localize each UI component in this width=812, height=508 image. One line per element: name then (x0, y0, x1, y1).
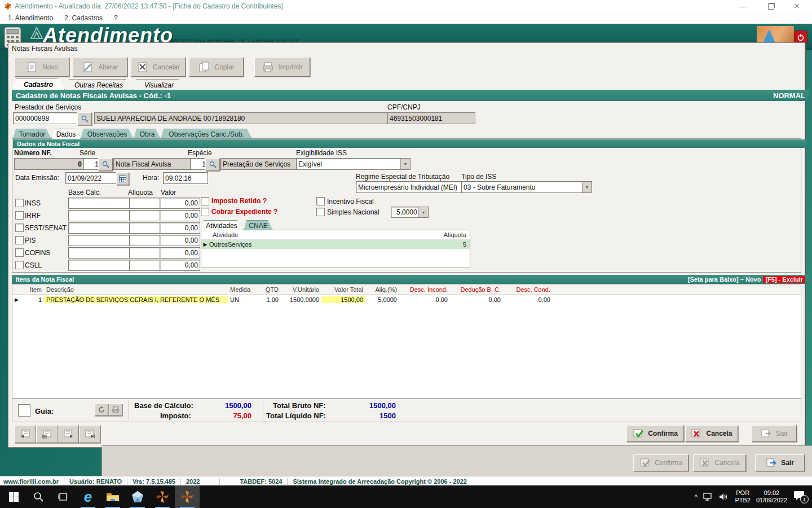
irrf-valor-input[interactable]: 0,00 (160, 210, 200, 221)
network-icon[interactable] (703, 493, 713, 501)
sest-base-input[interactable] (68, 222, 131, 234)
tab-atividades[interactable]: Atividades (201, 220, 242, 230)
imprimir-button[interactable]: Imprimir (254, 57, 310, 77)
nav-prev-button[interactable] (36, 425, 58, 443)
alterar-button[interactable]: Alterar (73, 57, 127, 77)
tab-obs-canc[interactable]: Observações Canc./Sub. (161, 129, 252, 139)
prestador-search-button[interactable] (77, 112, 92, 125)
data-emissao-label: Data Emissão: (15, 174, 59, 182)
item-row[interactable]: ▶ 1 PRESTAÇÃO DE SERVIÇOS GERAIS I, REFE… (12, 295, 801, 305)
tab-outras-receitas[interactable]: Outras Receitas (65, 79, 133, 90)
tray-language[interactable]: POR PTB2 (735, 489, 751, 504)
hora-label: Hora: (143, 174, 159, 182)
guia-refresh-button[interactable] (95, 404, 108, 416)
speaker-icon[interactable] (719, 493, 729, 501)
taskbar-fiorilli1-button[interactable] (150, 485, 175, 508)
irrf-aliq-input[interactable] (129, 210, 162, 221)
tab-dados[interactable]: Dados (51, 129, 81, 139)
col-qtd: QTD (256, 286, 281, 293)
cobrar-expediente-checkbox[interactable] (201, 208, 209, 216)
tab-cnae[interactable]: CNAE (244, 220, 273, 230)
pis-checkbox[interactable] (15, 236, 24, 244)
data-emissao-input[interactable]: 01/09/2022 (65, 172, 120, 184)
tray-date: 01/09/2022 (756, 497, 787, 504)
inss-base-input[interactable] (68, 198, 131, 209)
cofins-checkbox[interactable] (15, 248, 24, 257)
csll-checkbox[interactable] (15, 261, 24, 269)
csll-base-input[interactable] (68, 260, 131, 271)
inss-checkbox[interactable] (15, 199, 24, 207)
sair-button-disabled[interactable]: Sair (752, 425, 797, 442)
outer-sair-button[interactable]: Sair (755, 454, 805, 471)
imposto-retido-checkbox[interactable] (201, 197, 209, 205)
guia-checkbox[interactable] (18, 404, 30, 417)
sest-aliq-input[interactable] (129, 222, 162, 234)
menu-help[interactable]: ? (111, 14, 121, 23)
tab-visualizar[interactable]: Visualizar (133, 79, 186, 90)
pis-base-input[interactable] (68, 235, 131, 246)
irrf-base-input[interactable] (68, 210, 131, 221)
irrf-checkbox[interactable] (15, 211, 24, 220)
atividade-row[interactable]: ▶ OutrosServiços 5 (201, 240, 470, 249)
hora-input[interactable]: 09:02:16 (163, 172, 208, 184)
outer-confirma-button[interactable]: Confirma (633, 454, 689, 471)
cofins-aliq-input[interactable] (129, 247, 162, 259)
aliquota-col-header: Alíquota (444, 231, 470, 238)
taskbar-fiorilli2-button-active[interactable] (175, 485, 200, 508)
tipo-iss-select[interactable]: 03 - Sobre Faturamento ▼ (461, 181, 592, 193)
tray-clock[interactable]: 09:02 01/09/2022 (756, 489, 787, 504)
nav-last-button[interactable] (79, 425, 100, 443)
guia-print-button[interactable] (109, 404, 122, 416)
csll-aliq-input[interactable] (129, 260, 162, 271)
serie-search-button[interactable] (98, 158, 113, 171)
especie-search-button[interactable] (205, 158, 220, 171)
totals-panel: Guia: Base de Cálculo: 1500,00 Imposto: … (12, 398, 801, 422)
taskbar-ie-button[interactable]: e (76, 485, 100, 508)
menu-atendimento[interactable]: 1. Atendimento (5, 14, 56, 23)
taskbar-search-button[interactable] (26, 485, 51, 508)
simples-aliquota-select[interactable]: 5,0000 ▼ (391, 207, 429, 218)
tab-observacoes[interactable]: Observações (81, 129, 134, 139)
inss-aliq-input[interactable] (129, 198, 162, 209)
exigibilidade-select[interactable]: Exigível ▼ (296, 158, 411, 170)
tab-obra[interactable]: Obra (134, 129, 161, 139)
tray-chevron-up[interactable]: ^ (694, 493, 698, 501)
cancelar-button[interactable]: Cancelar (131, 57, 186, 77)
inss-valor-input[interactable]: 0,00 (160, 198, 200, 209)
cofins-valor-input[interactable]: 0,00 (160, 247, 200, 259)
nav-first-button[interactable] (15, 425, 36, 443)
restore-button[interactable] (758, 0, 784, 12)
sest-valor-input[interactable]: 0,00 (160, 222, 200, 234)
taskbar-app-blue-button[interactable] (125, 485, 150, 508)
cofins-base-input[interactable] (68, 247, 131, 259)
atividade-nome: OutrosServiços (209, 241, 251, 248)
confirma-button[interactable]: Confirma (626, 425, 684, 442)
copiar-button[interactable]: Copiar (189, 57, 244, 77)
task-view-button[interactable] (51, 485, 76, 508)
cancela-button[interactable]: Cancela (685, 425, 738, 442)
total-bruto-value: 1500,00 (351, 401, 396, 410)
notas-fiscais-dialog: Notas Fiscais Avulsas Novo Alterar Cance… (8, 42, 805, 448)
sest-checkbox[interactable] (15, 224, 24, 232)
notification-center-button[interactable]: 1 (793, 490, 807, 503)
menu-cadastros[interactable]: 2. Cadastros (61, 14, 106, 23)
calendar-button[interactable] (116, 172, 129, 185)
incentivo-checkbox[interactable] (316, 197, 325, 205)
close-button[interactable]: × (784, 0, 810, 12)
minimize-button[interactable]: — (730, 0, 756, 12)
simples-checkbox[interactable] (316, 208, 325, 216)
prestador-code-input[interactable]: 000000898 (13, 112, 80, 124)
novo-button[interactable]: Novo (15, 57, 69, 77)
pis-aliq-input[interactable] (129, 235, 162, 246)
start-button[interactable] (1, 485, 26, 508)
atividades-table: Atividade Alíquota ▶ OutrosServiços 5 (201, 230, 470, 268)
csll-valor-input[interactable]: 0,00 (160, 260, 200, 271)
tab-cadastro[interactable]: Cadastro (12, 78, 65, 90)
outer-cancela-button[interactable]: Cancela (693, 454, 746, 471)
nav-next-button[interactable] (58, 425, 79, 443)
pis-valor-input[interactable]: 0,00 (160, 235, 200, 246)
file-explorer-icon (106, 491, 120, 502)
fiorilli-pinwheel-icon (180, 490, 194, 503)
tab-tomador[interactable]: Tomador (13, 129, 51, 139)
taskbar-explorer-button[interactable] (100, 485, 125, 508)
